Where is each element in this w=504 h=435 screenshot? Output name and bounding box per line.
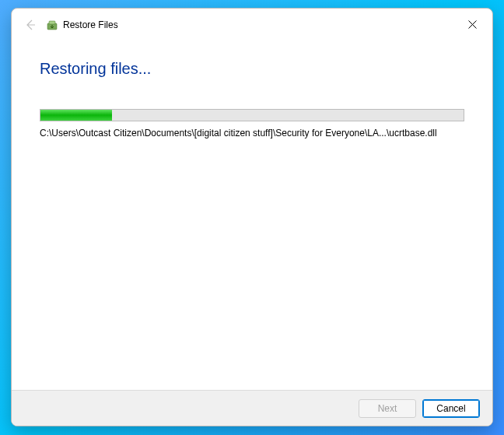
page-heading: Restoring files... xyxy=(40,60,464,78)
current-file-path: C:\Users\Outcast Citizen\Documents\[digi… xyxy=(40,128,464,139)
restore-files-icon xyxy=(46,19,58,31)
progress-fill xyxy=(40,110,112,121)
back-button xyxy=(23,17,38,33)
next-button: Next xyxy=(359,399,416,418)
content-area: Restoring files... C:\Users\Outcast Citi… xyxy=(12,41,492,390)
progress-bar xyxy=(40,109,464,121)
svg-rect-1 xyxy=(49,21,55,24)
back-arrow-icon xyxy=(24,19,37,31)
close-button[interactable] xyxy=(458,13,486,35)
cancel-button[interactable]: Cancel xyxy=(422,399,480,418)
close-icon xyxy=(468,20,477,29)
dialog-footer: Next Cancel xyxy=(12,390,492,426)
dialog-window: Restore Files Restoring files... C:\User… xyxy=(11,8,493,426)
window-title: Restore Files xyxy=(63,19,118,30)
titlebar: Restore Files xyxy=(12,9,492,41)
